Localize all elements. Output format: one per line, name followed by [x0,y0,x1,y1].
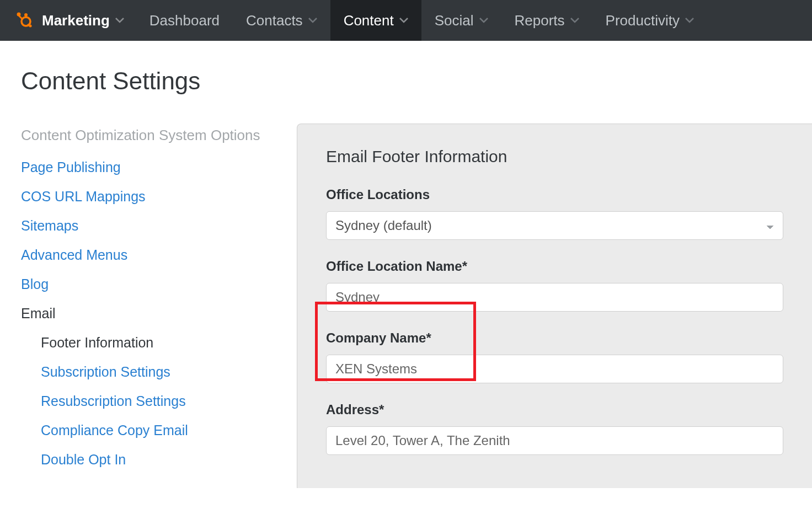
sidebar-item-email[interactable]: Email [21,306,297,322]
label-company-name: Company Name* [326,330,783,346]
input-office-location-name-wrap [326,283,783,312]
nav-social[interactable]: Social [421,0,501,41]
settings-panel: Email Footer Information Office Location… [297,124,812,488]
sidebar-subitem-footer-information[interactable]: Footer Information [41,335,297,351]
input-address-wrap [326,426,783,455]
chevron-down-icon [479,18,488,23]
hubspot-logo-icon [15,11,32,30]
nav-productivity[interactable]: Productivity [592,0,707,41]
nav-label: Contacts [246,12,303,29]
label-address: Address* [326,402,783,417]
nav-label: Content [344,12,394,29]
sidebar-subitem-subscription-settings[interactable]: Subscription Settings [41,364,297,380]
nav-content[interactable]: Content [330,0,421,41]
sidebar-item-cos-url-mappings[interactable]: COS URL Mappings [21,189,297,205]
input-company-name-wrap [326,355,783,383]
chevron-down-icon [570,18,579,23]
label-office-location-name: Office Location Name* [326,259,783,274]
sidebar: Content Optimization System Options Page… [21,127,297,488]
panel-title: Email Footer Information [326,147,783,166]
chevron-down-icon [685,18,694,23]
company-name-group: Company Name* [326,330,783,383]
nav-contacts[interactable]: Contacts [233,0,330,41]
input-office-location-name[interactable] [335,290,774,305]
chevron-down-icon [115,18,124,23]
nav-label: Reports [515,12,565,29]
sidebar-subitem-compliance-copy-email[interactable]: Compliance Copy Email [41,422,297,438]
chevron-down-icon [308,18,317,23]
chevron-down-icon [766,218,774,233]
sidebar-subitem-double-opt-in[interactable]: Double Opt In [41,452,297,468]
input-address[interactable] [335,433,774,448]
top-nav: Marketing Dashboard Contacts Content Soc… [0,0,812,41]
nav-marketing[interactable]: Marketing [39,0,136,41]
sidebar-heading: Content Optimization System Options [21,127,297,144]
sidebar-item-blog[interactable]: Blog [21,276,297,292]
svg-rect-4 [25,15,26,18]
sidebar-item-page-publishing[interactable]: Page Publishing [21,159,297,175]
label-office-locations: Office Locations [326,187,783,202]
select-office-locations[interactable]: Sydney (default) [326,211,783,240]
nav-label: Dashboard [149,12,220,29]
sidebar-list: Page Publishing COS URL Mappings Sitemap… [21,159,297,468]
nav-label: Productivity [606,12,680,29]
nav-dashboard[interactable]: Dashboard [136,0,233,41]
nav-label: Marketing [42,12,110,29]
nav-label: Social [435,12,474,29]
page-title: Content Settings [21,67,812,95]
input-company-name[interactable] [335,361,774,377]
chevron-down-icon [399,18,408,23]
sidebar-item-sitemaps[interactable]: Sitemaps [21,218,297,234]
sidebar-sublist: Footer Information Subscription Settings… [21,335,297,468]
sidebar-item-advanced-menus[interactable]: Advanced Menus [21,247,297,263]
sidebar-subitem-resubscription-settings[interactable]: Resubscription Settings [41,393,297,409]
nav-reports[interactable]: Reports [501,0,592,41]
select-office-locations-value: Sydney (default) [335,218,432,233]
